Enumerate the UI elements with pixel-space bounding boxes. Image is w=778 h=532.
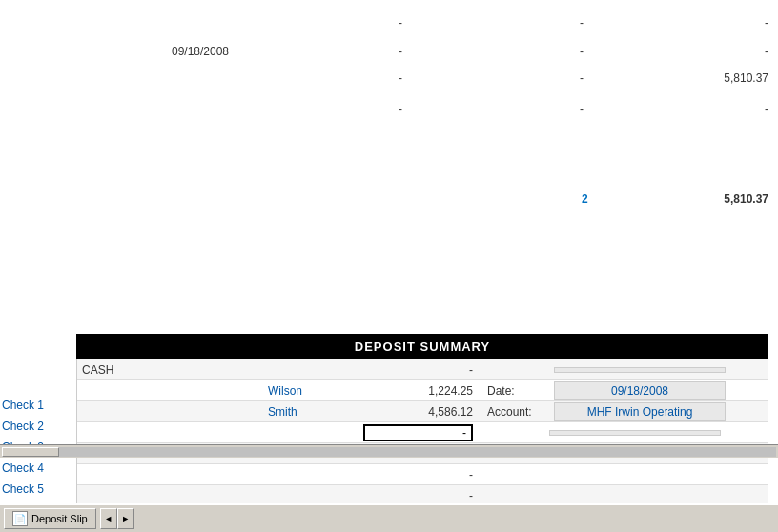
main-area: - - - 09/18/2008 - - - - - 5,810.37 - - …: [0, 0, 778, 486]
taskbar-arrows: ◄ ►: [100, 508, 134, 529]
row1-amount: -: [692, 16, 768, 30]
scrollbar-track[interactable]: [2, 447, 776, 457]
deposit-row-check3: -: [77, 422, 768, 443]
check-label-2: Check 2: [0, 416, 76, 437]
total-row: 2 5,810.37: [0, 186, 778, 213]
row3-dash1: -: [381, 72, 420, 85]
deposit-row-check5: -: [77, 464, 768, 485]
check6-amount: -: [363, 489, 478, 502]
check2-meta-value: MHF Irwin Operating: [554, 402, 726, 421]
deposit-row-check1: Wilson 1,224.25 Date: 09/18/2008: [77, 380, 768, 401]
check3-input-value: -: [462, 426, 466, 440]
check2-meta-label: Account:: [478, 405, 554, 419]
check1-name: Wilson: [268, 384, 363, 398]
scrollbar-thumb[interactable]: [2, 447, 59, 457]
arrow-right[interactable]: ►: [117, 508, 134, 529]
upper-section: - - - 09/18/2008 - - - - - 5,810.37 - - …: [0, 0, 778, 305]
check5-amount: -: [363, 468, 478, 481]
row2-dash2: -: [563, 45, 601, 58]
taskbar: 📄 Deposit Slip ◄ ►: [0, 503, 778, 532]
row1-dash1: -: [381, 16, 420, 30]
check-label-5: Check 5: [0, 479, 76, 500]
check3-input[interactable]: -: [363, 424, 473, 441]
row4-dash2: -: [563, 102, 601, 115]
deposit-slip-tab[interactable]: 📄 Deposit Slip: [4, 508, 96, 529]
row1-dash2: -: [563, 16, 601, 30]
cash-meta-value: [554, 367, 726, 373]
row2-date: 09/18/2008: [153, 45, 248, 58]
check1-meta-value: 09/18/2008: [554, 381, 726, 400]
deposit-section: DEPOSIT SUMMARY CASH - Wilson 1,224.25 D…: [76, 334, 768, 528]
deposit-slip-icon: 📄: [12, 511, 28, 526]
row3-dash2: -: [563, 72, 601, 85]
horizontal-scrollbar[interactable]: [0, 444, 778, 458]
check1-amount: 1,224.25: [363, 384, 478, 398]
check-label-1: Check 1: [0, 395, 76, 416]
total-count: 2: [582, 193, 588, 206]
arrow-left[interactable]: ◄: [100, 508, 117, 529]
check2-amount: 4,586.12: [363, 405, 478, 419]
cash-amount: -: [363, 363, 478, 377]
deposit-header: DEPOSIT SUMMARY: [76, 334, 768, 359]
row2-amount: -: [692, 45, 768, 58]
row4-amount: -: [692, 102, 768, 115]
row3-amount: 5,810.37: [692, 72, 768, 85]
total-amount: 5,810.37: [724, 193, 768, 206]
row2-dash1: -: [381, 45, 420, 58]
deposit-slip-label: Deposit Slip: [31, 513, 88, 524]
check-label-4: Check 4: [0, 458, 76, 479]
deposit-row-cash: CASH -: [77, 359, 768, 380]
row4-dash1: -: [381, 102, 420, 115]
cash-label: CASH: [77, 363, 268, 377]
check3-meta-value: [549, 430, 721, 436]
check1-meta-label: Date:: [478, 384, 554, 398]
check2-name: Smith: [268, 405, 363, 419]
deposit-row-check2: Smith 4,586.12 Account: MHF Irwin Operat…: [77, 401, 768, 422]
